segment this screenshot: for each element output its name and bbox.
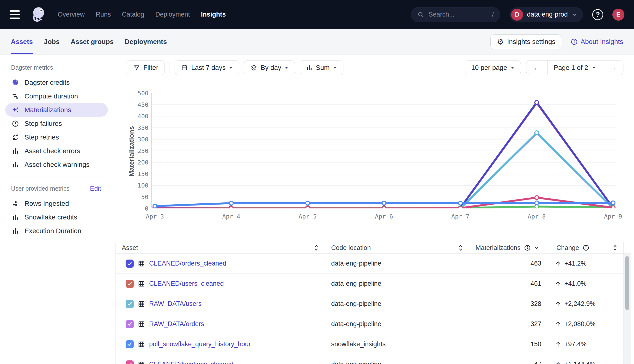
sidebar-section-title: Dagster metrics — [0, 63, 113, 72]
search-icon — [418, 11, 424, 18]
sidebar-item-dagster-credits[interactable]: Dagster credits — [0, 76, 113, 89]
sidebar-item-rows-ingested[interactable]: Rows Ingested — [0, 197, 113, 210]
caret-down-icon — [333, 66, 337, 69]
help-icon[interactable]: ? — [592, 9, 603, 20]
sidebar-item-asset-check-errors[interactable]: Asset check errors — [0, 144, 113, 158]
materializations-cell: 47 — [469, 354, 550, 364]
sidebar-item-compute-duration[interactable]: Compute duration — [0, 89, 113, 103]
insights-settings-button[interactable]: ⚙ Insights settings — [490, 34, 562, 49]
y-axis-tick: 150 — [127, 170, 148, 178]
tab-asset-groups[interactable]: Asset groups — [70, 29, 114, 54]
next-page-button[interactable]: → — [602, 60, 623, 75]
arrow-right-icon: → — [609, 64, 616, 71]
x-axis-tick: Apr 3 — [146, 213, 164, 220]
asset-table-icon — [138, 341, 145, 348]
series-checkbox[interactable] — [126, 340, 134, 348]
info-icon[interactable] — [524, 244, 531, 251]
caret-down-icon — [510, 66, 514, 69]
info-icon[interactable] — [582, 244, 589, 251]
sidebar-item-snowflake-credits[interactable]: Snowflake credits — [0, 210, 113, 224]
dagster-logo[interactable] — [29, 6, 47, 24]
table-row: CLEANED/locations_cleaned data-eng-pipel… — [116, 354, 631, 364]
column-header-asset[interactable]: Asset — [116, 242, 325, 253]
change-cell: +41.2% — [550, 254, 624, 274]
asset-link[interactable]: poll_snowflake_query_history_hour — [149, 340, 251, 348]
column-header-code-location[interactable]: Code location — [325, 242, 469, 253]
table-header: Asset Code location — [116, 242, 631, 254]
asset-link[interactable]: RAW_DATA/users — [149, 300, 202, 308]
series-checkbox[interactable] — [126, 320, 134, 328]
sidebar-item-step-retries[interactable]: Step retries — [0, 130, 113, 144]
search-input[interactable]: Search... / — [411, 7, 500, 22]
sort-icon[interactable] — [613, 244, 617, 252]
tab-assets[interactable]: Assets — [11, 29, 33, 54]
prev-page-button[interactable]: ← — [526, 60, 548, 75]
primary-nav: Overview Runs Catalog Deployment Insight… — [58, 11, 226, 18]
per-page-dropdown[interactable]: 10 per page — [465, 60, 521, 75]
sidebar-item-asset-check-warnings[interactable]: Asset check warnings — [0, 158, 113, 172]
caret-down-icon — [229, 66, 233, 69]
nav-insights[interactable]: Insights — [201, 11, 226, 18]
series-checkbox[interactable] — [126, 260, 134, 268]
x-axis-tick: Apr 7 — [451, 213, 469, 220]
org-switcher[interactable]: D data-eng-prod — [509, 7, 583, 22]
change-cell: +41.0% — [550, 274, 624, 294]
series-checkbox[interactable] — [126, 280, 134, 288]
search-placeholder: Search... — [428, 11, 454, 18]
sort-icon[interactable] — [314, 244, 318, 252]
group-by-dropdown[interactable]: By day — [244, 60, 295, 75]
nav-catalog[interactable]: Catalog — [122, 11, 144, 18]
org-badge: D — [511, 9, 523, 21]
sidebar-item-execution-duration[interactable]: Execution Duration — [0, 224, 113, 238]
bar-chart-icon — [306, 64, 312, 71]
nav-overview[interactable]: Overview — [58, 11, 85, 18]
table-row: RAW_DATA/users data-eng-pipeline 328 +2,… — [116, 294, 631, 314]
y-axis-tick: 300 — [127, 136, 148, 143]
sidebar-item-step-failures[interactable]: Step failures — [0, 117, 113, 130]
x-axis-tick: Apr 9 — [604, 213, 622, 220]
nav-deployment[interactable]: Deployment — [156, 11, 190, 18]
code-location-cell: data-eng-pipeline — [325, 294, 469, 314]
asset-table-icon — [138, 361, 145, 364]
sort-icon[interactable] — [458, 244, 463, 252]
menu-icon[interactable] — [10, 10, 20, 19]
chart-toolbar: Filter Last 7 days — [127, 60, 624, 75]
sidebar-item-materializations[interactable]: Materializations — [5, 103, 108, 117]
series-checkbox[interactable] — [126, 360, 134, 364]
filter-button[interactable]: Filter — [127, 60, 165, 75]
y-axis-tick: 200 — [127, 159, 148, 166]
bar-chart-icon — [12, 161, 19, 168]
asset-link[interactable]: RAW_DATA/orders — [149, 320, 204, 328]
alert-circle-icon — [12, 120, 19, 127]
aggregate-dropdown[interactable]: Sum — [300, 60, 344, 75]
asset-table-icon — [138, 300, 145, 308]
column-header-change[interactable]: Change — [550, 242, 624, 253]
series-checkbox[interactable] — [126, 300, 134, 308]
top-nav: Overview Runs Catalog Deployment Insight… — [0, 0, 634, 29]
page-selector[interactable]: Page 1 of 2 — [548, 60, 602, 75]
user-avatar[interactable]: E — [612, 9, 624, 21]
y-axis-tick: 450 — [127, 101, 148, 108]
sort-desc-icon[interactable] — [534, 246, 539, 250]
tab-deployments[interactable]: Deployments — [125, 29, 167, 54]
asset-link[interactable]: CLEANED/users_cleaned — [149, 280, 224, 288]
arrow-left-icon: ← — [533, 64, 540, 71]
code-location-cell: data-eng-pipeline — [325, 314, 469, 334]
materializations-line-chart[interactable] — [151, 93, 616, 208]
asset-link[interactable]: CLEANED/locations_cleaned — [149, 361, 234, 364]
table-scrollbar[interactable] — [624, 254, 631, 364]
date-range-dropdown[interactable]: Last 7 days — [174, 60, 239, 75]
code-location-cell: data-eng-pipeline — [325, 274, 469, 294]
asset-link[interactable]: CLEANED/orders_cleaned — [149, 260, 226, 267]
y-axis-tick: 0 — [127, 205, 148, 212]
about-insights-link[interactable]: About Insights — [570, 38, 623, 46]
edit-metrics-link[interactable]: Edit — [90, 185, 101, 192]
scrollbar-thumb[interactable] — [625, 256, 629, 310]
sparkles-icon — [12, 106, 19, 114]
layers-icon — [250, 64, 257, 71]
nav-runs[interactable]: Runs — [96, 11, 111, 18]
y-axis-tick: 350 — [127, 124, 148, 131]
tab-jobs[interactable]: Jobs — [44, 29, 60, 54]
y-axis-tick: 250 — [127, 148, 148, 154]
column-header-materializations[interactable]: Materializations — [469, 242, 550, 253]
